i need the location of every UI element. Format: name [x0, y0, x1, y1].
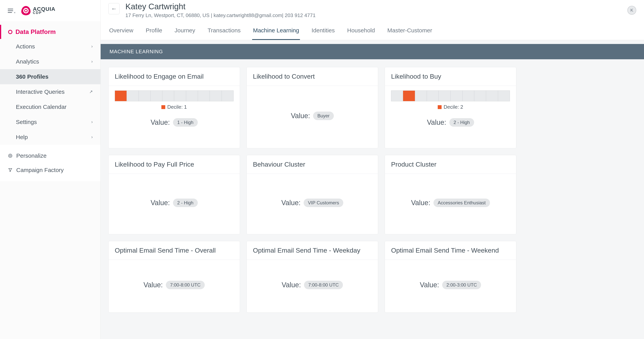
sidebar-item-label: Analytics — [16, 58, 39, 65]
legend-swatch — [438, 105, 442, 109]
card-body: Value:7:00-8:00 UTC — [247, 260, 378, 312]
value-pill: 2 - High — [449, 118, 474, 127]
card-body: Value:Buyer — [247, 86, 378, 148]
value-label: Value: — [281, 199, 300, 207]
nav-header-icon — [8, 30, 12, 34]
sidebar-item-label: Interactive Queries — [16, 89, 65, 95]
sidebar-item-360-profiles[interactable]: 360 Profiles — [0, 69, 100, 84]
decile-cell — [486, 91, 498, 101]
logo-mark — [21, 6, 30, 15]
value-row: Value:VIP Customers — [281, 199, 343, 207]
tab-machine-learning[interactable]: Machine Learning — [252, 21, 300, 40]
card-title: Likelihood to Pay Full Price — [108, 155, 240, 174]
decile-cell — [174, 91, 186, 101]
card-body: Value:2 - High — [108, 174, 240, 234]
sidebar-item-label: Help — [16, 134, 28, 140]
value-row: Value:Buyer — [291, 112, 334, 120]
logo-text: ACQUIA CDP — [33, 7, 55, 14]
header-bar: ← Katey Cartwright 17 Ferry Ln, Westport… — [100, 0, 644, 21]
back-button[interactable]: ← — [108, 3, 120, 14]
value-row: Value:Accessories Enthusiast — [411, 199, 490, 207]
tab-overview[interactable]: Overview — [108, 21, 134, 40]
ml-card-behaviour-cluster: Behaviour ClusterValue:VIP Customers — [246, 155, 378, 234]
brand-logo[interactable]: ACQUIA CDP — [21, 6, 55, 15]
card-title: Optimal Email Send Time - Weekday — [247, 241, 378, 260]
decile-cell — [498, 91, 510, 101]
target-icon — [8, 153, 13, 158]
decile-legend-label: Decile: 2 — [444, 104, 463, 110]
card-title: Likelihood to Convert — [247, 67, 378, 86]
card-body: Value:2:00-3:00 UTC — [385, 260, 516, 312]
decile-cell — [427, 91, 439, 101]
ml-card-likelihood-to-buy: Likelihood to BuyDecile: 2Value:2 - High — [385, 67, 516, 148]
sidebar-top: « ACQUIA CDP — [0, 0, 100, 21]
sidebar-item-analytics[interactable]: Analytics› — [0, 54, 100, 69]
decile-cell — [115, 91, 127, 101]
sidebar-item-settings[interactable]: Settings› — [0, 115, 100, 130]
decile-bar — [115, 91, 234, 101]
secondary-item-campaign-factory[interactable]: Campaign Factory — [6, 163, 95, 177]
funnel-icon — [8, 168, 13, 173]
tab-identities[interactable]: Identities — [311, 21, 336, 40]
value-row: Value:2 - High — [427, 118, 474, 127]
value-row: Value:2 - High — [150, 199, 198, 207]
value-pill: VIP Customers — [304, 199, 343, 207]
profile-name: Katey Cartwright — [126, 2, 316, 11]
value-label: Value: — [144, 281, 163, 289]
value-label: Value: — [150, 199, 170, 207]
ml-card-optimal-email-send-time-overall: Optimal Email Send Time - OverallValue:7… — [108, 241, 240, 313]
value-pill: Accessories Enthusiast — [434, 199, 490, 207]
chevron-right-icon: › — [91, 44, 93, 49]
card-body: Value:7:00-8:00 UTC — [108, 260, 240, 312]
decile-bar — [391, 91, 510, 101]
decile-cell — [462, 91, 474, 101]
decile-cell — [415, 91, 427, 101]
svg-point-1 — [10, 155, 11, 157]
chevron-right-icon: › — [91, 135, 93, 140]
decile-cell — [439, 91, 450, 101]
ml-card-product-cluster: Product ClusterValue:Accessories Enthusi… — [385, 155, 516, 234]
secondary-item-personalize[interactable]: Personalize — [6, 149, 95, 163]
sidebar-item-label: Execution Calendar — [16, 104, 66, 110]
tab-bar: OverviewProfileJourneyTransactionsMachin… — [100, 21, 644, 40]
sidebar-item-interactive-queries[interactable]: Interactive Queries↗ — [0, 84, 100, 99]
decile-cell — [139, 91, 150, 101]
section-band: MACHINE LEARNING — [100, 44, 644, 59]
secondary-item-label: Personalize — [16, 152, 47, 159]
secondary-item-label: Campaign Factory — [16, 167, 64, 173]
ml-card-optimal-email-send-time-weekend: Optimal Email Send Time - WeekendValue:2… — [385, 241, 516, 313]
card-body: Decile: 2Value:2 - High — [385, 86, 516, 148]
card-body: Value:VIP Customers — [247, 174, 378, 234]
value-label: Value: — [411, 199, 430, 207]
chevron-right-icon: › — [91, 120, 93, 125]
card-title: Likelihood to Buy — [385, 67, 516, 86]
decile-cell — [403, 91, 415, 101]
title-block: Katey Cartwright 17 Ferry Ln, Westport, … — [126, 2, 316, 19]
decile-cell — [150, 91, 162, 101]
card-title: Likelihood to Engage on Email — [108, 67, 240, 86]
value-row: Value:7:00-8:00 UTC — [144, 281, 205, 289]
sidebar-item-execution-calendar[interactable]: Execution Calendar — [0, 99, 100, 115]
tab-household[interactable]: Household — [346, 21, 376, 40]
nav-header-label: Data Platform — [16, 28, 56, 36]
tab-profile[interactable]: Profile — [145, 21, 163, 40]
card-body: Decile: 1Value:1 - High — [108, 86, 240, 148]
card-body: Value:Accessories Enthusiast — [385, 174, 516, 234]
decile-cell — [162, 91, 174, 101]
avatar[interactable]: K — [627, 6, 636, 15]
tab-master-customer[interactable]: Master-Customer — [386, 21, 433, 40]
card-title: Optimal Email Send Time - Weekend — [385, 241, 516, 260]
ml-card-likelihood-to-pay-full-price: Likelihood to Pay Full PriceValue:2 - Hi… — [108, 155, 240, 234]
sidebar-item-actions[interactable]: Actions› — [0, 39, 100, 54]
sidebar-item-help[interactable]: Help› — [0, 130, 100, 145]
value-label: Value: — [282, 281, 301, 289]
external-link-icon: ↗ — [89, 89, 93, 94]
decile-cell — [391, 91, 403, 101]
decile-legend: Decile: 2 — [438, 104, 463, 110]
value-pill: 2 - High — [173, 199, 198, 207]
tab-transactions[interactable]: Transactions — [207, 21, 242, 40]
sidebar: « ACQUIA CDP Data Platform Actions›Analy… — [0, 0, 100, 339]
nav-header-data-platform[interactable]: Data Platform — [0, 25, 100, 39]
tab-journey[interactable]: Journey — [174, 21, 196, 40]
menu-collapse-caret: « — [14, 11, 16, 14]
